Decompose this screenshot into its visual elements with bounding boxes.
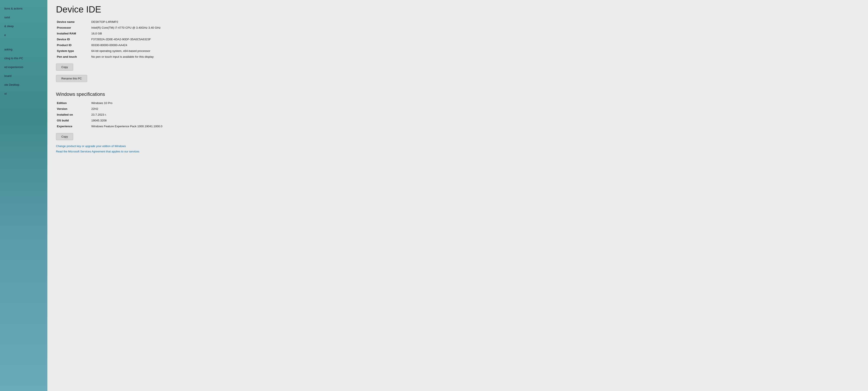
sidebar-item-0[interactable]: tions & actions bbox=[0, 4, 48, 13]
table-row: Device IDF372652A-2D0E-4DA2-90DF-35A0C5A… bbox=[56, 36, 859, 42]
spec-label: Device ID bbox=[56, 36, 90, 42]
device-copy-button[interactable]: Copy bbox=[56, 63, 73, 71]
spec-label: Edition bbox=[56, 100, 90, 106]
spec-value: 23.7.2023 г. bbox=[90, 112, 859, 118]
windows-specs-table: EditionWindows 10 ProVersion22H2Installe… bbox=[56, 100, 859, 129]
spec-label: Device name bbox=[56, 19, 90, 25]
windows-copy-button[interactable]: Copy bbox=[56, 133, 73, 140]
table-row: OS build19045.3208 bbox=[56, 118, 859, 123]
sidebar-item-4[interactable] bbox=[0, 40, 48, 45]
spec-value: 64-bit operating system, x64-based proce… bbox=[90, 48, 859, 54]
spec-value: F372652A-2D0E-4DA2-90DF-35A0C5A6323F bbox=[90, 36, 859, 42]
change-product-key-link[interactable]: Change product key or upgrade your editi… bbox=[56, 145, 859, 148]
windows-section-title: Windows specifications bbox=[56, 91, 859, 97]
main-content: Device IDE Device nameDESKTOP-L4RIMP2Pro… bbox=[48, 0, 868, 391]
table-row: ProcessorIntel(R) Core(TM) i7-4770 CPU @… bbox=[56, 25, 859, 31]
sidebar-item-10[interactable]: ut bbox=[0, 89, 48, 98]
spec-value: 22H2 bbox=[90, 106, 859, 112]
windows-specs-section: Windows specifications EditionWindows 10… bbox=[56, 91, 859, 153]
sidebar-item-7[interactable]: ed experiences bbox=[0, 63, 48, 71]
table-row: EditionWindows 10 Pro bbox=[56, 100, 859, 106]
sidebar-item-1[interactable]: ssist bbox=[0, 13, 48, 22]
spec-value: No pen or touch input is available for t… bbox=[90, 54, 859, 60]
spec-label: Experience bbox=[56, 123, 90, 129]
spec-value: DESKTOP-L4RIMP2 bbox=[90, 19, 859, 25]
table-row: Device nameDESKTOP-L4RIMP2 bbox=[56, 19, 859, 25]
spec-label: Installed on bbox=[56, 112, 90, 118]
sidebar-item-8[interactable]: board bbox=[0, 72, 48, 80]
sidebar-item-9[interactable]: ote Desktop bbox=[0, 81, 48, 89]
page-title: Device IDE bbox=[56, 4, 859, 14]
spec-value: Windows 10 Pro bbox=[90, 100, 859, 106]
spec-label: Version bbox=[56, 106, 90, 112]
table-row: Installed on23.7.2023 г. bbox=[56, 112, 859, 118]
table-row: Installed RAM16,0 GB bbox=[56, 31, 859, 36]
rename-pc-button[interactable]: Rename this PC bbox=[56, 75, 87, 82]
spec-value: Windows Feature Experience Pack 1000.190… bbox=[90, 123, 859, 129]
spec-label: Processor bbox=[56, 25, 90, 31]
microsoft-services-agreement-link[interactable]: Read the Microsoft Services Agreement th… bbox=[56, 150, 859, 153]
spec-label: System type bbox=[56, 48, 90, 54]
device-ide-section: Device IDE Device nameDESKTOP-L4RIMP2Pro… bbox=[56, 0, 859, 86]
table-row: Pen and touchNo pen or touch input is av… bbox=[56, 54, 859, 60]
spec-label: Product ID bbox=[56, 42, 90, 48]
sidebar-item-3[interactable]: e bbox=[0, 31, 48, 39]
sidebar-item-6[interactable]: cting to this PC bbox=[0, 54, 48, 62]
spec-label: OS build bbox=[56, 118, 90, 123]
spec-value: 00330-80000-00000-AA424 bbox=[90, 42, 859, 48]
spec-value: Intel(R) Core(TM) i7-4770 CPU @ 3.40GHz … bbox=[90, 25, 859, 31]
table-row: ExperienceWindows Feature Experience Pac… bbox=[56, 123, 859, 129]
table-row: Product ID00330-80000-00000-AA424 bbox=[56, 42, 859, 48]
device-specs-table: Device nameDESKTOP-L4RIMP2ProcessorIntel… bbox=[56, 19, 859, 60]
spec-value: 16,0 GB bbox=[90, 31, 859, 36]
table-row: Version22H2 bbox=[56, 106, 859, 112]
spec-value: 19045.3208 bbox=[90, 118, 859, 123]
spec-label: Pen and touch bbox=[56, 54, 90, 60]
table-row: System type64-bit operating system, x64-… bbox=[56, 48, 859, 54]
spec-label: Installed RAM bbox=[56, 31, 90, 36]
sidebar-item-2[interactable]: & sleep bbox=[0, 22, 48, 30]
sidebar: tions & actions ssist & sleep e asking c… bbox=[0, 0, 48, 391]
windows-links: Change product key or upgrade your editi… bbox=[56, 145, 859, 153]
sidebar-item-5[interactable]: asking bbox=[0, 45, 48, 54]
